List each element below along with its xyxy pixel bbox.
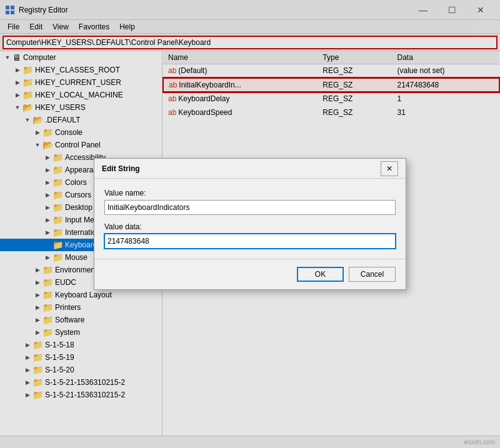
cancel-button[interactable]: Cancel	[349, 267, 396, 282]
watermark: wsxdn.com	[464, 439, 495, 446]
edit-string-dialog: Edit String ✕ Value name: Value data: OK…	[94, 158, 406, 290]
value-data-input[interactable]	[104, 234, 396, 249]
modal-footer: OK Cancel	[94, 259, 406, 289]
modal-close-button[interactable]: ✕	[381, 161, 398, 176]
modal-title-bar: Edit String ✕	[94, 159, 406, 179]
ok-button[interactable]: OK	[297, 267, 344, 282]
modal-overlay: Edit String ✕ Value name: Value data: OK…	[0, 0, 500, 448]
value-name-input	[104, 200, 396, 215]
modal-title: Edit String	[102, 164, 381, 173]
value-data-label: Value data:	[104, 222, 396, 231]
modal-body: Value name: Value data:	[94, 179, 406, 259]
value-name-label: Value name:	[104, 189, 396, 197]
